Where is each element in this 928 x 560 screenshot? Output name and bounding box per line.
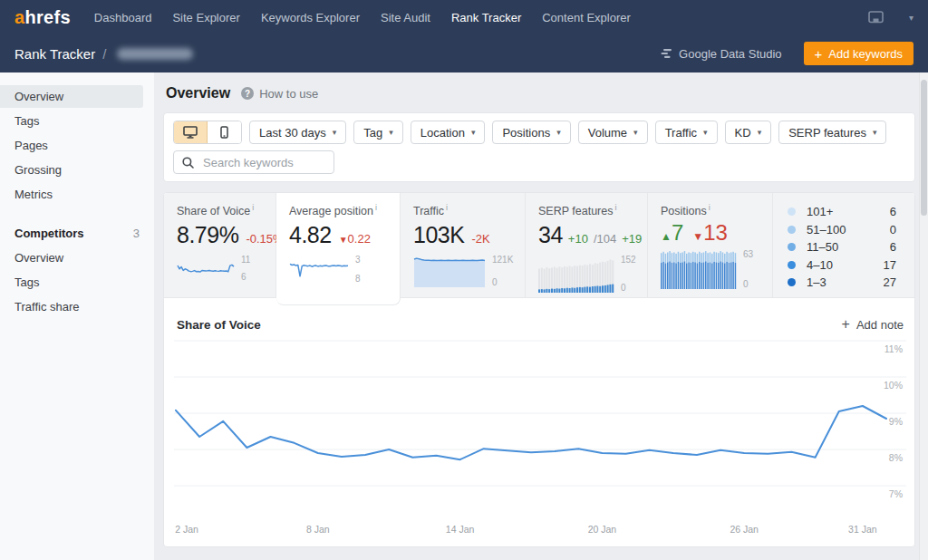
sidebar-item-competitors-tags[interactable]: Tags [0, 271, 143, 294]
account-caret-down-icon[interactable]: ▾ [909, 13, 914, 23]
tag-filter-dropdown[interactable]: Tag▾ [353, 121, 403, 144]
sparkline-axis: 121K0 [492, 255, 513, 287]
competitors-label: Competitors [14, 227, 84, 240]
svg-text:2 Jan: 2 Jan [175, 524, 198, 535]
metrics-panel: Share of Voicei 8.79% -0.15% 116 Average… [163, 192, 915, 547]
card-title: Traffici [413, 203, 516, 217]
sidebar-item-grossing[interactable]: Grossing [0, 159, 143, 181]
mobile-toggle-button[interactable] [208, 121, 241, 143]
average-position-value: 4.82 [289, 222, 332, 248]
desktop-toggle-button[interactable] [174, 121, 208, 143]
add-note-label: Add note [856, 318, 904, 332]
sidebar-item-metrics[interactable]: Metrics [0, 183, 143, 206]
vertical-scrollbar[interactable] [919, 72, 928, 560]
info-icon: i [375, 203, 377, 212]
card-title: Positionsi [661, 203, 763, 217]
logo-rest: hrefs [24, 7, 70, 27]
legend-dot [788, 208, 796, 216]
sparkline-axis: 116 [241, 255, 250, 282]
nav-item-site-explorer[interactable]: Site Explorer [172, 11, 239, 24]
date-range-dropdown[interactable]: Last 30 days▾ [249, 121, 346, 144]
serp-features-filter-dropdown[interactable]: SERP features▾ [778, 121, 886, 144]
kd-filter-dropdown[interactable]: KD▾ [725, 121, 772, 144]
card-title: Average positioni [289, 203, 391, 217]
legend-row-11-50: 11–506 [788, 238, 896, 256]
triangle-down-icon: ▼ [339, 235, 348, 245]
sparkline-axis: 1520 [621, 255, 636, 293]
nav-item-dashboard[interactable]: Dashboard [94, 11, 152, 24]
svg-text:9%: 9% [889, 416, 903, 427]
serp-features-card[interactable]: SERP featuresi 34 +10 /104 +19 1520 [526, 193, 648, 298]
nav-item-keywords-explorer[interactable]: Keywords Explorer [261, 11, 360, 24]
share-of-voice-chart[interactable]: 11%10%9%8%7%2 Jan8 Jan14 Jan20 Jan26 Jan… [174, 338, 906, 539]
filter-row-top: Last 30 days▾ Tag▾ Location▾ Positions▾ … [173, 121, 905, 144]
filters-panel: Last 30 days▾ Tag▾ Location▾ Positions▾ … [163, 112, 915, 182]
average-position-card[interactable]: Average positioni 4.82 ▼0.22 38 [276, 193, 401, 305]
logo-a: a [14, 7, 24, 27]
main-panel: Overview ? How to use [154, 72, 928, 560]
card-title: Share of Voicei [177, 203, 266, 217]
google-data-studio-link[interactable]: Google Data Studio [661, 47, 781, 61]
project-header: Rank Tracker / Google Data Studio + Add … [0, 34, 928, 72]
search-icon [182, 157, 194, 169]
nav-right: ▾ [868, 11, 914, 24]
triangle-down-icon: ▼ [692, 230, 703, 243]
traffic-card[interactable]: Traffici 103K -2K 121K0 [401, 193, 526, 298]
project-name-blurred[interactable] [117, 48, 193, 60]
nav-item-content-explorer[interactable]: Content Explorer [542, 11, 631, 24]
share-of-voice-card[interactable]: Share of Voicei 8.79% -0.15% 116 [164, 193, 276, 298]
page-head: Overview ? How to use [163, 85, 915, 101]
add-note-button[interactable]: + Add note [842, 316, 904, 333]
traffic-sparkline [413, 255, 486, 287]
legend-row-101plus: 101+6 [788, 203, 896, 221]
average-position-sparkline [289, 255, 349, 284]
nav-item-site-audit[interactable]: Site Audit [381, 11, 430, 24]
breadcrumb[interactable]: Rank Tracker [14, 46, 95, 62]
sidebar-item-traffic-share[interactable]: Traffic share [0, 295, 143, 318]
info-icon: i [446, 203, 448, 212]
how-to-use-link[interactable]: ? How to use [241, 87, 318, 101]
breadcrumb-separator: / [102, 46, 106, 62]
serp-features-total-delta: +19 [622, 232, 642, 246]
info-icon: i [252, 203, 254, 212]
sidebar-item-tags[interactable]: Tags [0, 110, 143, 132]
positions-filter-dropdown[interactable]: Positions▾ [492, 121, 570, 144]
add-keywords-button[interactable]: + Add keywords [804, 42, 914, 65]
sidebar-item-overview[interactable]: Overview [0, 85, 143, 108]
search-input[interactable] [201, 155, 325, 170]
sidebar-item-pages[interactable]: Pages [0, 134, 143, 157]
legend-dot [788, 243, 796, 251]
average-position-delta: ▼0.22 [339, 232, 371, 246]
nav-item-rank-tracker[interactable]: Rank Tracker [451, 11, 521, 24]
positions-sparkline [661, 249, 737, 289]
chat-icon[interactable] [868, 11, 884, 24]
svg-text:26 Jan: 26 Jan [730, 524, 759, 535]
sidebar-section-competitors: Competitors 3 [0, 222, 154, 245]
data-studio-icon [661, 48, 672, 59]
sparkline-axis: 630 [743, 249, 753, 289]
content-area: Overview Tags Pages Grossing Metrics Com… [0, 72, 928, 560]
sidebar-item-competitors-overview[interactable]: Overview [0, 246, 143, 269]
svg-text:31 Jan: 31 Jan [848, 524, 877, 535]
positions-card[interactable]: Positionsi ▲7 ▼13 630 [648, 193, 773, 298]
location-filter-dropdown[interactable]: Location▾ [411, 121, 486, 144]
ahrefs-logo[interactable]: ahrefs [14, 7, 71, 28]
sparkline-axis: 38 [355, 255, 361, 284]
traffic-value: 103K [413, 222, 464, 248]
card-title: SERP featuresi [538, 203, 638, 217]
legend-dot [788, 226, 796, 234]
scrollbar-thumb[interactable] [921, 80, 927, 216]
traffic-filter-dropdown[interactable]: Traffic▾ [655, 121, 718, 144]
serp-features-delta: +10 [568, 232, 588, 246]
app-window: ahrefs Dashboard Site Explorer Keywords … [0, 0, 928, 560]
legend-dot [788, 261, 796, 269]
competitors-count-badge: 3 [133, 227, 140, 240]
volume-filter-dropdown[interactable]: Volume▾ [578, 121, 648, 144]
traffic-delta: -2K [471, 232, 489, 246]
serp-features-value: 34 [538, 222, 563, 248]
serp-features-total: /104 [594, 232, 616, 246]
serp-features-sparkline [538, 255, 614, 293]
keyword-search [173, 150, 334, 174]
chevron-down-icon: ▾ [633, 128, 638, 137]
mobile-icon [220, 126, 228, 139]
